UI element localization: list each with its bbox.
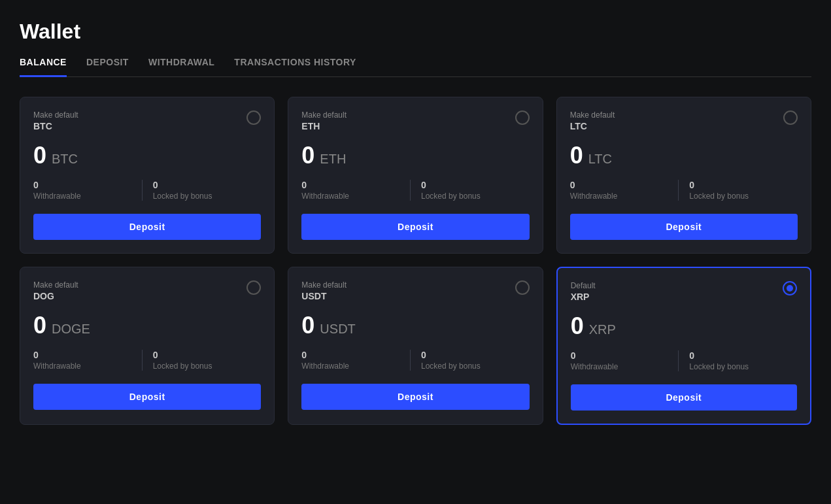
locked-label-btc: Locked by bonus — [153, 192, 254, 201]
currency-name-doge: DOG — [33, 291, 78, 301]
balance-number-ltc: 0 — [570, 142, 583, 169]
withdrawable-label-btc: Withdrawable — [33, 192, 134, 201]
radio-btc[interactable] — [246, 110, 261, 125]
stats-row-eth: 0 Withdrawable 0 Locked by bonus — [301, 180, 529, 201]
radio-xrp[interactable] — [783, 281, 797, 295]
withdrawable-value-doge: 0 — [33, 350, 134, 360]
withdrawable-value-xrp: 0 — [571, 350, 671, 361]
withdrawable-value-ltc: 0 — [570, 180, 671, 190]
withdrawable-label-doge: Withdrawable — [33, 361, 134, 371]
locked-value-usdt: 0 — [421, 350, 522, 360]
card-xrp: Default XRP 0 XRP 0 Withdrawable 0 Locke… — [556, 267, 811, 425]
currency-name-btc: BTC — [33, 121, 78, 131]
card-header-xrp: Default XRP — [571, 281, 797, 302]
currency-name-usdt: USDT — [301, 291, 347, 301]
withdrawable-label-eth: Withdrawable — [301, 192, 402, 201]
locked-label-eth: Locked by bonus — [421, 192, 522, 201]
deposit-button-usdt[interactable]: Deposit — [301, 384, 529, 410]
card-usdt: Make default USDT 0 USDT 0 Withdrawable … — [288, 267, 543, 425]
currency-name-ltc: LTC — [570, 121, 615, 131]
tab-deposit[interactable]: DEPOSIT — [86, 57, 129, 77]
locked-stat-doge: 0 Locked by bonus — [142, 350, 262, 371]
deposit-button-eth[interactable]: Deposit — [301, 214, 529, 240]
locked-label-xrp: Locked by bonus — [689, 362, 789, 371]
withdrawable-value-eth: 0 — [301, 180, 402, 190]
make-default-label-btc: Make default — [33, 110, 78, 120]
balance-row-usdt: 0 USDT — [301, 312, 529, 339]
balance-currency-ltc: LTC — [588, 152, 612, 167]
make-default-label-doge: Make default — [33, 280, 78, 290]
withdrawable-label-usdt: Withdrawable — [301, 361, 402, 371]
currency-name-xrp: XRP — [571, 292, 596, 302]
locked-stat-btc: 0 Locked by bonus — [142, 180, 262, 201]
balance-currency-doge: DOGE — [52, 322, 90, 337]
stats-row-btc: 0 Withdrawable 0 Locked by bonus — [33, 180, 261, 201]
deposit-button-doge[interactable]: Deposit — [33, 384, 261, 410]
radio-doge[interactable] — [246, 280, 261, 295]
locked-label-doge: Locked by bonus — [153, 361, 254, 371]
balance-row-xrp: 0 XRP — [571, 312, 797, 340]
locked-stat-usdt: 0 Locked by bonus — [410, 350, 530, 371]
balance-currency-xrp: XRP — [589, 322, 616, 337]
radio-ltc[interactable] — [783, 110, 798, 125]
locked-value-eth: 0 — [421, 180, 522, 190]
locked-stat-ltc: 0 Locked by bonus — [678, 180, 798, 201]
withdrawable-label-xrp: Withdrawable — [571, 362, 671, 371]
tab-withdrawal[interactable]: WITHDRAWAL — [148, 57, 214, 77]
make-default-label-ltc: Make default — [570, 110, 615, 120]
stats-row-ltc: 0 Withdrawable 0 Locked by bonus — [570, 180, 798, 201]
balance-number-eth: 0 — [301, 142, 314, 169]
withdrawable-label-ltc: Withdrawable — [570, 192, 671, 201]
locked-label-usdt: Locked by bonus — [421, 361, 522, 371]
balance-number-btc: 0 — [33, 142, 46, 169]
balance-row-btc: 0 BTC — [33, 142, 261, 169]
balance-currency-btc: BTC — [52, 152, 78, 167]
balance-number-doge: 0 — [33, 312, 46, 339]
balance-currency-usdt: USDT — [320, 322, 355, 337]
card-header-usdt: Make default USDT — [301, 280, 529, 301]
radio-eth[interactable] — [515, 110, 530, 125]
withdrawable-stat-usdt: 0 Withdrawable — [301, 350, 410, 371]
make-default-label-eth: Make default — [301, 110, 347, 120]
withdrawable-value-usdt: 0 — [301, 350, 402, 360]
locked-label-ltc: Locked by bonus — [689, 192, 790, 201]
make-default-label-usdt: Make default — [301, 280, 347, 290]
card-header-ltc: Make default LTC — [570, 110, 798, 131]
balance-number-xrp: 0 — [571, 312, 584, 340]
card-doge: Make default DOG 0 DOGE 0 Withdrawable 0… — [20, 267, 275, 425]
locked-value-doge: 0 — [153, 350, 254, 360]
locked-stat-xrp: 0 Locked by bonus — [678, 350, 797, 371]
card-ltc: Make default LTC 0 LTC 0 Withdrawable 0 … — [556, 97, 811, 254]
card-header-eth: Make default ETH — [301, 110, 529, 131]
stats-row-xrp: 0 Withdrawable 0 Locked by bonus — [571, 350, 797, 371]
card-eth: Make default ETH 0 ETH 0 Withdrawable 0 … — [288, 97, 543, 254]
tab-transactions[interactable]: TRANSACTIONS HISTORY — [234, 57, 356, 77]
withdrawable-stat-ltc: 0 Withdrawable — [570, 180, 679, 201]
locked-value-ltc: 0 — [689, 180, 790, 190]
currency-name-eth: ETH — [301, 121, 347, 131]
cards-grid: Make default BTC 0 BTC 0 Withdrawable 0 … — [20, 97, 811, 425]
balance-currency-eth: ETH — [320, 152, 346, 167]
stats-row-usdt: 0 Withdrawable 0 Locked by bonus — [301, 350, 529, 371]
card-header-btc: Make default BTC — [33, 110, 261, 131]
tab-balance[interactable]: BALANCE — [20, 57, 67, 77]
balance-number-usdt: 0 — [301, 312, 314, 339]
deposit-button-btc[interactable]: Deposit — [33, 214, 261, 240]
locked-value-btc: 0 — [153, 180, 254, 190]
page-title: Wallet — [20, 20, 811, 44]
locked-stat-eth: 0 Locked by bonus — [410, 180, 530, 201]
radio-usdt[interactable] — [515, 280, 530, 295]
stats-row-doge: 0 Withdrawable 0 Locked by bonus — [33, 350, 261, 371]
deposit-button-xrp[interactable]: Deposit — [571, 384, 797, 411]
tabs-nav: BALANCE DEPOSIT WITHDRAWAL TRANSACTIONS … — [20, 57, 811, 77]
deposit-button-ltc[interactable]: Deposit — [570, 214, 798, 240]
withdrawable-stat-doge: 0 Withdrawable — [33, 350, 142, 371]
balance-row-doge: 0 DOGE — [33, 312, 261, 339]
balance-row-ltc: 0 LTC — [570, 142, 798, 169]
card-header-doge: Make default DOG — [33, 280, 261, 301]
withdrawable-stat-btc: 0 Withdrawable — [33, 180, 142, 201]
make-default-label-xrp: Default — [571, 281, 596, 290]
withdrawable-value-btc: 0 — [33, 180, 134, 190]
card-btc: Make default BTC 0 BTC 0 Withdrawable 0 … — [20, 97, 275, 254]
locked-value-xrp: 0 — [689, 350, 789, 361]
